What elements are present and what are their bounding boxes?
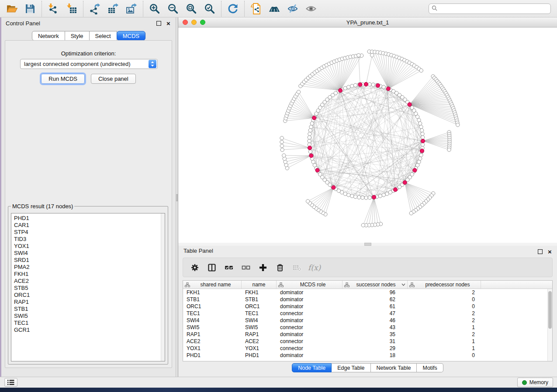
table-cell[interactable]: dominator <box>277 317 343 324</box>
table-cell[interactable]: 1 <box>408 345 481 352</box>
refresh-icon[interactable] <box>224 1 242 16</box>
tab-network-table[interactable]: Network Table <box>371 363 417 372</box>
column-header-predecessor-nodes[interactable]: predecessor nodes <box>408 281 481 289</box>
table-cell[interactable]: TEC1 <box>242 310 277 317</box>
network-canvas[interactable] <box>178 28 557 243</box>
zoom-out-icon[interactable] <box>164 1 182 16</box>
table-cell[interactable]: dominator <box>277 303 343 310</box>
table-cell[interactable]: 61 <box>343 303 408 310</box>
table-row[interactable]: PHD1PHD1dominator180 <box>183 352 547 359</box>
mcds-result-node[interactable]: SRD1 <box>14 257 165 264</box>
select-all-checkbox-icon[interactable] <box>224 263 234 272</box>
table-cell[interactable]: 0 <box>408 352 481 359</box>
deselect-all-checkbox-icon[interactable] <box>241 263 251 272</box>
network-file-icon[interactable] <box>247 1 265 16</box>
table-cell[interactable]: FKH1 <box>183 289 242 296</box>
table-cell[interactable]: dominator <box>277 331 343 338</box>
table-cell[interactable]: 43 <box>343 324 408 331</box>
table-cell[interactable]: 1 <box>408 324 481 331</box>
tab-edge-table[interactable]: Edge Table <box>332 363 370 372</box>
horizontal-splitter[interactable] <box>178 243 557 246</box>
import-table-icon[interactable] <box>62 1 81 16</box>
table-cell[interactable]: ACE2 <box>242 338 277 345</box>
table-cell[interactable]: STB1 <box>242 296 277 303</box>
window-close-icon[interactable] <box>183 20 188 25</box>
table-cell[interactable]: FKH1 <box>242 289 277 296</box>
tab-network[interactable]: Network <box>32 31 65 41</box>
delete-column-icon[interactable] <box>275 263 285 272</box>
vertical-splitter-handle[interactable] <box>176 194 178 201</box>
mcds-result-list[interactable]: PHD1CAR1STP4TID3YOX1SWI4SRD1PMA2FKH1ACE2… <box>11 213 165 361</box>
binoculars-icon[interactable] <box>265 1 284 16</box>
horizontal-splitter-handle[interactable] <box>364 243 371 246</box>
table-row[interactable]: STB1STB1dominator620 <box>183 296 547 303</box>
hide-visibility-icon[interactable] <box>284 1 302 16</box>
column-header-successor-nodes[interactable]: successor nodes <box>343 281 408 289</box>
table-scrollbar[interactable] <box>547 289 552 361</box>
table-cell[interactable]: 96 <box>343 289 408 296</box>
table-cell[interactable]: 47 <box>343 310 408 317</box>
mcds-result-node[interactable]: PHD1 <box>14 215 165 222</box>
table-row[interactable]: SWI4SWI4dominator462 <box>183 317 547 324</box>
memory-button[interactable]: Memory <box>517 378 553 387</box>
zoom-in-icon[interactable] <box>145 1 164 16</box>
zoom-selected-icon[interactable] <box>201 1 219 16</box>
table-cell[interactable]: 2 <box>408 331 481 338</box>
mcds-result-node[interactable]: YOX1 <box>14 243 165 250</box>
table-cell[interactable]: 2 <box>408 310 481 317</box>
control-panel-float-icon[interactable] <box>156 21 162 26</box>
table-cell[interactable]: STB1 <box>183 296 242 303</box>
table-cell[interactable]: 46 <box>343 317 408 324</box>
table-cell[interactable]: connector <box>277 338 343 345</box>
mcds-result-node[interactable]: CAR1 <box>14 222 165 229</box>
table-row[interactable]: YOX1YOX1connector291 <box>183 345 547 352</box>
control-panel-close-icon[interactable]: × <box>166 21 171 26</box>
export-network-icon[interactable] <box>86 1 104 16</box>
table-cell[interactable]: RAP1 <box>242 331 277 338</box>
task-history-button[interactable] <box>4 378 17 387</box>
table-row[interactable]: ACE2ACE2connector311 <box>183 338 547 345</box>
mcds-result-node[interactable]: SWI5 <box>14 313 165 320</box>
table-cell[interactable]: RAP1 <box>183 331 242 338</box>
mcds-result-node[interactable]: STB1 <box>14 306 165 313</box>
mcds-result-node[interactable]: GCR1 <box>14 327 165 334</box>
table-cell[interactable]: dominator <box>277 289 343 296</box>
mcds-result-node[interactable]: PMA2 <box>14 264 165 271</box>
mcds-result-node[interactable]: TEC1 <box>14 320 165 327</box>
table-cell[interactable]: 62 <box>343 296 408 303</box>
table-cell[interactable]: SWI4 <box>242 317 277 324</box>
zoom-fit-icon[interactable] <box>182 1 201 16</box>
close-panel-button[interactable]: Close panel <box>91 74 136 84</box>
mcds-result-node[interactable]: STB5 <box>14 285 165 292</box>
export-table-icon[interactable] <box>104 1 122 16</box>
table-scrollbar-thumb[interactable] <box>548 291 552 329</box>
mcds-result-node[interactable]: STP4 <box>14 229 165 236</box>
export-image-icon[interactable] <box>122 1 141 16</box>
mcds-result-node[interactable]: ACE2 <box>14 278 165 285</box>
mcds-result-node[interactable]: RAP1 <box>14 299 165 306</box>
search-input[interactable] <box>439 6 548 12</box>
function-builder-icon[interactable]: f(x) <box>308 263 321 272</box>
table-cell[interactable]: dominator <box>277 352 343 359</box>
table-cell[interactable]: TEC1 <box>183 310 242 317</box>
save-icon[interactable] <box>21 1 39 16</box>
table-row[interactable]: RAP1RAP1dominator352 <box>183 331 547 338</box>
column-header-name[interactable]: name <box>242 281 277 289</box>
import-network-icon[interactable] <box>44 1 62 16</box>
table-row[interactable]: TEC1TEC1connector472 <box>183 310 547 317</box>
table-cell[interactable]: YOX1 <box>183 345 242 352</box>
mcds-result-node[interactable]: TID3 <box>14 236 165 243</box>
table-row[interactable]: ORC1ORC1dominator610 <box>183 303 547 310</box>
table-panel-close-icon[interactable]: × <box>547 249 553 254</box>
table-cell[interactable]: dominator <box>277 296 343 303</box>
table-row[interactable]: SWI5SWI5connector431 <box>183 324 547 331</box>
table-cell[interactable]: YOX1 <box>242 345 277 352</box>
table-cell[interactable]: 2 <box>408 289 481 296</box>
run-mcds-button[interactable]: Run MCDS <box>41 74 85 84</box>
table-row[interactable]: FKH1FKH1dominator962 <box>183 289 547 296</box>
tab-mcds[interactable]: MCDS <box>117 31 145 41</box>
table-cell[interactable]: 0 <box>408 303 481 310</box>
table-cell[interactable]: SWI5 <box>242 324 277 331</box>
table-cell[interactable]: connector <box>277 345 343 352</box>
table-cell[interactable]: 29 <box>343 345 408 352</box>
